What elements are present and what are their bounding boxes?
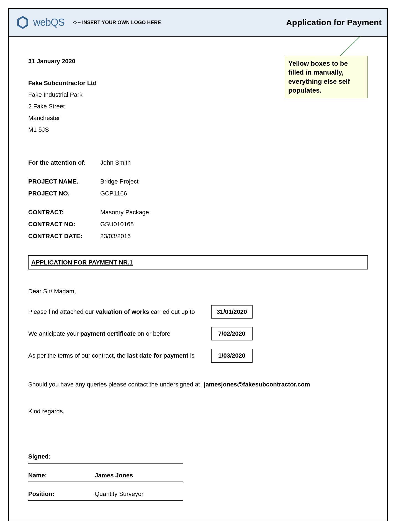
- logo: webQS: [14, 14, 65, 31]
- last-payment-text: As per the terms of our contract, the la…: [28, 350, 205, 361]
- position-label: Position:: [28, 489, 95, 499]
- contact-email: jamesjones@fakesubcontractor.com: [204, 381, 310, 388]
- project-name-value: Bridge Project: [100, 176, 368, 187]
- contact-text: Should you have any queries please conta…: [28, 381, 200, 388]
- contract-label: CONTRACT:: [28, 207, 100, 217]
- contract-value: Masonry Package: [100, 207, 368, 217]
- section-title: APPLICATION FOR PAYMENT NR.1: [28, 255, 368, 269]
- last-payment-date-field[interactable]: 1/03/2020: [211, 349, 253, 362]
- project-no-value: GCP1166: [100, 188, 368, 198]
- project-info: For the attention of: John Smith PROJECT…: [28, 157, 368, 241]
- valuation-date-field[interactable]: 31/01/2020: [211, 305, 253, 319]
- signed-row: Signed:: [28, 450, 183, 463]
- document-page: webQS <--- INSERT YOUR OWN LOGO HERE App…: [8, 8, 388, 521]
- logo-text: webQS: [33, 17, 65, 28]
- name-value: James Jones: [95, 470, 183, 480]
- last-payment-line: As per the terms of our contract, the la…: [28, 349, 368, 362]
- valuation-line: Please find attached our valuation of wo…: [28, 305, 368, 319]
- valuation-text: Please find attached our valuation of wo…: [28, 307, 205, 317]
- closing: Kind regards,: [28, 406, 368, 416]
- certificate-text: We anticipate your payment certificate o…: [28, 329, 205, 339]
- annotation-note: Yellow boxes to be filled in manually, e…: [285, 56, 368, 98]
- page-title: Application for Payment: [286, 18, 382, 27]
- name-label: Name:: [28, 470, 95, 480]
- project-name-label: PROJECT NAME.: [28, 176, 100, 187]
- contract-no-value: GSU010168: [100, 219, 368, 229]
- project-no-label: PROJECT NO.: [28, 188, 100, 198]
- section-title-text: APPLICATION FOR PAYMENT NR.1: [31, 259, 133, 266]
- position-value: Quantity Surveyor: [95, 489, 183, 499]
- contract-no-label: CONTRACT NO:: [28, 219, 100, 229]
- signed-label: Signed:: [28, 451, 95, 462]
- address-line: 2 Fake Street: [28, 101, 368, 112]
- name-row: Name: James Jones: [28, 469, 183, 482]
- contract-date-label: CONTRACT DATE:: [28, 231, 100, 241]
- salutation: Dear Sir/ Madam,: [28, 286, 368, 296]
- address-city: Manchester: [28, 112, 368, 124]
- contact-line: Should you have any queries please conta…: [28, 379, 368, 390]
- document-body: Yellow boxes to be filled in manually, e…: [9, 37, 387, 512]
- certificate-line: We anticipate your payment certificate o…: [28, 327, 368, 340]
- logo-hint: <--- INSERT YOUR OWN LOGO HERE: [73, 20, 161, 26]
- contract-date-value: 23/03/2016: [100, 231, 368, 241]
- certificate-date-field[interactable]: 7/02/2020: [211, 327, 253, 340]
- attention-label: For the attention of:: [28, 157, 100, 168]
- header-bar: webQS <--- INSERT YOUR OWN LOGO HERE App…: [9, 9, 387, 37]
- address-postcode: M1 5JS: [28, 124, 368, 136]
- attention-value: John Smith: [100, 157, 368, 168]
- signature-block: Signed: Name: James Jones Position: Quan…: [28, 450, 183, 501]
- logo-icon: [14, 14, 31, 31]
- position-row: Position: Quantity Surveyor: [28, 487, 183, 501]
